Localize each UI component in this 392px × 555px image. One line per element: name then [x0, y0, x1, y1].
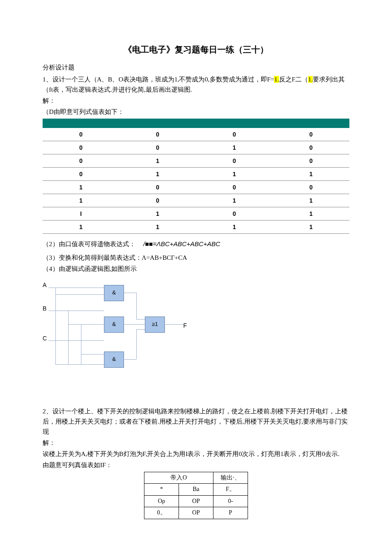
wire	[49, 311, 104, 311]
q1-truth-intro: （D由即意可列式值表如下：	[43, 107, 349, 117]
q1-mid: 反之F二（	[279, 76, 308, 83]
circuit-label-f: F	[183, 321, 187, 330]
wire	[81, 324, 81, 364]
table-row: 0100	[43, 154, 349, 168]
section-heading: 分析设计题	[43, 62, 349, 73]
wire	[136, 329, 137, 359]
wire	[49, 288, 104, 288]
q2-assumption: 诶楼上开关为A,楼下开关为B灯泡为F,开关合上为用I表示，开关断开用0次示，灯亮…	[43, 449, 349, 459]
wire	[68, 324, 104, 325]
wire	[136, 319, 145, 320]
q2-input-header: 帝入O	[144, 472, 213, 484]
wire	[164, 324, 183, 325]
table-row: Oρ OP 0-	[144, 495, 248, 507]
table-row: 1111	[43, 221, 349, 234]
and-gate-icon: &	[104, 285, 124, 301]
q2-output-header: 输出·、	[213, 472, 248, 484]
q2-truth-table: 帝入O 输出·、 * Ba F。 Oρ OP 0- 0。 OP P	[144, 472, 248, 519]
q1-truth-table: 0000 0010 0100 0111 1000 1011 I101 1111	[43, 119, 349, 234]
wire	[55, 294, 104, 295]
table-header-row	[43, 119, 349, 128]
wire	[81, 354, 104, 355]
or-gate-icon: ≥1	[145, 317, 165, 333]
and-gate-icon: &	[104, 352, 124, 368]
highlight-1: 1.	[274, 76, 279, 83]
wire	[55, 288, 56, 364]
table-row: 1011	[43, 194, 349, 207]
wire	[124, 324, 145, 325]
wire	[136, 293, 137, 319]
circuit-label-b: B	[43, 304, 46, 313]
q1-step2-expr: /■■=ΛBC+ABC+ABC+ABC	[143, 240, 220, 247]
wire	[124, 359, 136, 360]
logic-circuit-diagram: A B C F & & & ≥1	[43, 278, 196, 376]
q1-step2: （2）由口值表可得遗物表达式： /■■=ΛBC+ABC+ABC+ABC	[43, 239, 349, 249]
wire	[124, 293, 136, 293]
page-title: 《电工电子》复习题每日一练（三十）	[43, 43, 349, 56]
table-row: 帝入O 输出·、	[144, 472, 248, 484]
and-gate-icon: &	[104, 317, 124, 333]
wire	[55, 364, 104, 365]
q2-prompt: 2、设计一个楼上、楼下开关的控制逻辑电路来控制楼梯上的路灯，使之在上楼前.刖楼下…	[43, 406, 349, 437]
q1-solution-label: 解：	[43, 96, 349, 106]
wire	[49, 340, 104, 341]
document-page: 《电工电子》复习题每日一练（三十） 分析设计题 1、设计一个三人（A、B、O表决…	[0, 0, 392, 555]
q1-pre: 1、设计一个三人（A、B、O表决电路，班成为1,不赞成为0,多数赞成为通过，即F…	[43, 76, 274, 83]
q1-step4: （4）由逻辑式函逻辑图,如图所示	[43, 264, 349, 274]
table-row: 1000	[43, 181, 349, 194]
q2-truth-intro: 由题意可列真值表如IF：	[43, 460, 349, 470]
table-row: 0。 OP P	[144, 507, 248, 519]
table-row: 0111	[43, 168, 349, 181]
circuit-label-c: C	[43, 334, 47, 343]
table-row: * Ba F。	[144, 484, 248, 495]
table-row: 0000	[43, 128, 349, 141]
q2-solution-label: 解：	[43, 438, 349, 448]
highlight-2: 1.	[308, 76, 313, 83]
table-row: I101	[43, 207, 349, 221]
q1-prompt: 1、设计一个三人（A、B、O表决电路，班成为1,不赞成为0,多数赞成为通过，即F…	[43, 74, 349, 95]
circuit-label-a: A	[43, 280, 46, 290]
table-row: 0010	[43, 141, 349, 154]
wire	[68, 311, 69, 364]
q1-step3: （3）变换和化简得到最简表达式：Λ=AB+BCΓ+CA	[43, 253, 349, 263]
wire	[136, 329, 145, 330]
q1-step2-pre: （2）由口值表可得遗物表达式：	[43, 241, 135, 247]
